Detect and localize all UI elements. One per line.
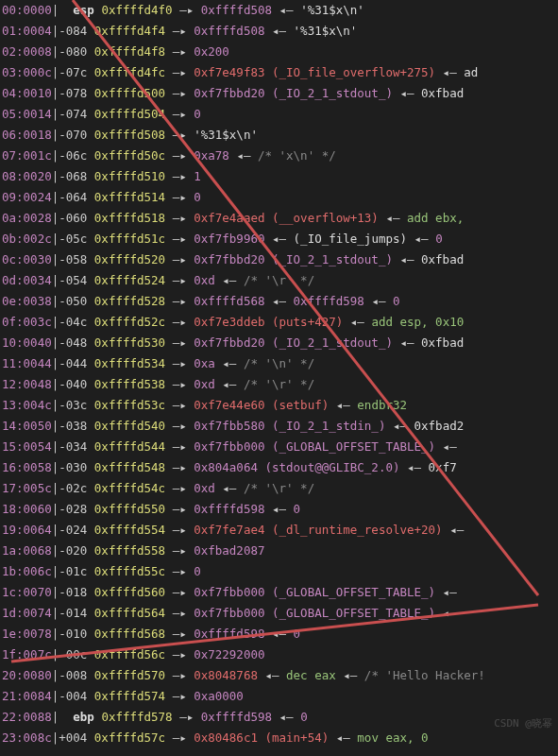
offset: |-008 <box>52 668 94 682</box>
arrow-icon: —▸ <box>165 335 194 350</box>
arrow-icon: ◂— <box>258 668 286 682</box>
stack-value: 0xa78 <box>194 148 229 163</box>
stack-row: 0a:0028|-060 0xffffd518 —▸ 0xf7e4aaed (_… <box>0 208 558 229</box>
stack-value: 0xf7e49f83 (_IO_file_overflow+275) <box>194 65 435 79</box>
line-index: 08:0020 <box>2 169 52 183</box>
offset: |-070 <box>52 128 94 142</box>
stack-row: 10:0040|-048 0xffffd530 —▸ 0xf7fbbd20 (_… <box>0 333 558 353</box>
arrow-icon: ◂— <box>393 335 421 350</box>
stack-value: 0xffffd598 <box>194 502 264 516</box>
offset: |-034 <box>52 439 94 454</box>
line-index: 0e:0038 <box>2 294 52 308</box>
line-index: 0c:0030 <box>2 252 52 266</box>
address: 0xffffd570 <box>94 668 165 682</box>
stack-row: 05:0014|-074 0xffffd504 —▸ 0 <box>0 104 558 125</box>
stack-value: 0x804a064 (stdout@@GLIBC_2.0) <box>194 460 399 474</box>
offset: |-010 <box>52 627 94 641</box>
address: 0xffffd514 <box>94 190 165 204</box>
offset: |-03c <box>52 398 94 412</box>
offset: |-054 <box>52 273 94 287</box>
offset: |-084 <box>52 24 94 38</box>
stack-value: 0x80486c1 (main+54) <box>194 730 329 745</box>
stack-value: 0xf7fbbd20 (_IO_2_1_stdout_) <box>194 252 393 266</box>
stack-row: 17:005c|-02c 0xffffd54c —▸ 0xd ◂— /* '\r… <box>0 478 558 499</box>
arrow-icon: ◂— <box>364 294 393 308</box>
address: 0xffffd544 <box>94 439 165 454</box>
address: 0xffffd500 <box>94 86 165 100</box>
line-index: 11:0044 <box>2 356 52 370</box>
address: 0xffffd57c <box>94 730 165 745</box>
arrow-icon: —▸ <box>165 689 194 703</box>
stack-row: 0c:0030|-058 0xffffd520 —▸ 0xf7fbbd20 (_… <box>0 249 558 270</box>
address: 0xffffd530 <box>94 335 165 350</box>
stack-value: 0 <box>194 107 201 121</box>
offset: | ebp <box>52 710 102 724</box>
stack-value: add esp, 0x10 <box>371 315 464 329</box>
stack-value: 0xa <box>194 356 215 370</box>
stack-value: 0 <box>194 190 201 204</box>
stack-value: /* 'Hello Hacker! <box>364 668 485 682</box>
stack-row: 1d:0074|-014 0xffffd564 —▸ 0xf7fbb000 (_… <box>0 603 558 624</box>
stack-value: 0xf7e44e60 (setbuf) <box>194 398 329 412</box>
arrow-icon: ◂— <box>215 356 244 370</box>
stack-row: 1b:006c|-01c 0xffffd55c —▸ 0 <box>0 561 558 582</box>
address: 0xffffd508 <box>94 128 165 142</box>
arrow-icon: —▸ <box>165 564 194 578</box>
arrow-icon: —▸ <box>165 419 194 433</box>
arrow-icon: ◂— <box>393 252 421 266</box>
arrow-icon: —▸ <box>165 148 194 163</box>
arrow-icon: ◂— <box>229 148 258 163</box>
stack-value: 1 <box>194 169 201 183</box>
arrow-icon: —▸ <box>165 24 194 38</box>
address: 0xffffd560 <box>94 585 165 599</box>
line-index: 17:005c <box>2 481 52 495</box>
stack-row: 12:0048|-040 0xffffd538 —▸ 0xd ◂— /* '\r… <box>0 374 558 395</box>
stack-value: 0x72292000 <box>194 647 264 662</box>
line-index: 09:0024 <box>2 190 52 204</box>
offset: |-024 <box>52 523 94 537</box>
address: 0xffffd534 <box>94 356 165 370</box>
line-index: 0a:0028 <box>2 211 52 225</box>
stack-value: 0xfbad <box>421 335 464 350</box>
arrow-icon: ◂— <box>264 627 293 641</box>
stack-row: 08:0020|-068 0xffffd510 —▸ 1 <box>0 166 558 187</box>
stack-row: 20:0080|-008 0xffffd570 —▸ 0x8048768 ◂— … <box>0 665 558 686</box>
arrow-icon: —▸ <box>165 523 194 537</box>
arrow-icon: —▸ <box>165 585 194 599</box>
arrow-icon: ◂— <box>435 439 464 454</box>
address: 0xffffd54c <box>94 481 165 495</box>
arrow-icon: —▸ <box>165 356 194 370</box>
address: 0xffffd51c <box>94 232 165 246</box>
stack-value: '%31$x\n' <box>294 24 358 38</box>
stack-value: 0xffffd598 <box>194 627 264 641</box>
line-index: 02:0008 <box>2 44 52 59</box>
stack-value: 0xfbad2087 <box>194 543 264 558</box>
arrow-icon: ◂— <box>264 502 293 516</box>
arrow-icon: ◂— <box>264 24 293 38</box>
stack-value: 0xfbad <box>421 252 464 266</box>
line-index: 10:0040 <box>2 335 52 350</box>
address: 0xffffd56c <box>94 647 165 662</box>
watermark: CSDN @晓幂 <box>494 716 552 730</box>
offset: | esp <box>52 3 102 17</box>
arrow-icon: ◂— <box>215 377 244 391</box>
offset: |-068 <box>52 169 94 183</box>
arrow-icon: ◂— <box>435 585 464 599</box>
arrow-icon: ◂— <box>329 398 357 412</box>
offset: |+004 <box>52 730 94 745</box>
address: 0xffffd4f8 <box>94 44 165 59</box>
address: 0xffffd4f0 <box>101 3 172 17</box>
offset: |-048 <box>52 335 94 350</box>
stack-value: 0xd <box>194 377 215 391</box>
arrow-icon: ◂— <box>329 730 357 745</box>
stack-row: 18:0060|-028 0xffffd550 —▸ 0xffffd598 ◂—… <box>0 499 558 520</box>
stack-value: mov eax, 0 <box>357 730 428 745</box>
arrow-icon: —▸ <box>165 315 194 329</box>
stack-value: 0x8048768 <box>194 668 258 682</box>
stack-value: 0xf7 <box>429 460 457 474</box>
address: 0xffffd568 <box>94 627 165 641</box>
offset: |-02c <box>52 481 94 495</box>
address: 0xffffd50c <box>94 148 165 163</box>
arrow-icon: —▸ <box>165 232 194 246</box>
line-index: 0b:002c <box>2 232 52 246</box>
